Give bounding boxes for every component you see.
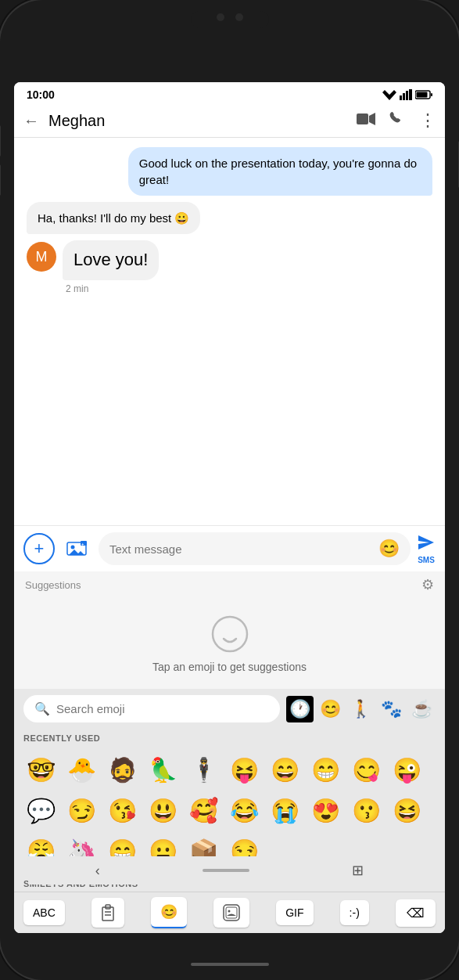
nav-grid-button[interactable]: ⊞	[352, 862, 364, 879]
status-bar: 10:00	[14, 82, 445, 104]
emoji-keyboard: 🔍 🕐 😊 🚶 🐾 ☕ RECENTLY USED 🤓 🐣 🧔 🦜	[14, 689, 445, 933]
text-input-wrapper: 😊	[99, 532, 411, 565]
nav-bar: ‹ ⊞	[28, 856, 431, 885]
svg-point-16	[213, 617, 247, 651]
wifi-icon	[382, 89, 396, 100]
settings-gear-icon[interactable]: ⚙	[421, 576, 434, 593]
emoji-search-wrapper: 🔍	[23, 695, 280, 722]
emoji-speech[interactable]: 💬	[20, 790, 61, 830]
emoticon-key[interactable]: :-)	[340, 900, 369, 925]
chat-area: Good luck on the presentation today, you…	[14, 138, 445, 525]
emoji-squint[interactable]: 😝	[224, 749, 264, 790]
abc-key[interactable]: ABC	[23, 900, 65, 925]
received-message-2: Ha, thanks! I'll do my best 😀	[27, 202, 200, 234]
smiley-tab[interactable]: 😊	[317, 696, 344, 722]
emoji-hearts[interactable]: 🥰	[183, 790, 224, 830]
nature-tab[interactable]: 🐾	[378, 696, 405, 722]
received-messages-content: Love you! 2 min	[63, 240, 159, 294]
svg-rect-22	[226, 907, 237, 918]
contact-name: Meghan	[48, 112, 347, 130]
suggestions-bar: Suggestions ⚙	[14, 571, 445, 598]
camera-dot-right	[235, 13, 243, 21]
emoji-cry[interactable]: 😭	[264, 790, 305, 830]
add-button[interactable]: +	[23, 533, 55, 564]
volume-down-button[interactable]	[0, 164, 1, 196]
emoji-smirk[interactable]: 😏	[61, 790, 102, 830]
svg-marker-0	[382, 90, 396, 100]
recently-used-grid: 🤓 🐣 🧔 🦜 🕴 😝 😄 😁 😋 😜 💬 😏 😘 😃 🥰 😂 😭 😍	[14, 746, 445, 874]
received-message-2-container: Ha, thanks! I'll do my best 😀	[27, 202, 432, 234]
suggestion-hint: Tap an emoji to get suggestions	[152, 661, 307, 673]
emoji-bearded[interactable]: 🧔	[102, 749, 142, 790]
emoji-key[interactable]: 😊	[151, 897, 187, 928]
svg-rect-8	[357, 113, 368, 124]
status-time: 10:00	[27, 88, 55, 101]
app-bar-actions: ⋮	[357, 110, 436, 131]
gif-key[interactable]: GIF	[276, 900, 313, 925]
status-icons	[382, 89, 432, 100]
category-quick-tabs: 🕐 😊 🚶 🐾 ☕	[286, 696, 436, 722]
phone-call-icon[interactable]	[389, 111, 405, 131]
svg-rect-4	[409, 89, 412, 100]
emoji-laugh[interactable]: 😂	[224, 790, 264, 830]
svg-rect-1	[400, 95, 402, 100]
emoji-xd[interactable]: 😆	[386, 790, 427, 830]
emoji-kissing[interactable]: 😗	[346, 790, 386, 830]
svg-rect-2	[403, 93, 405, 100]
more-options-icon[interactable]: ⋮	[419, 110, 436, 131]
food-tab[interactable]: ☕	[408, 696, 436, 722]
volume-up-button[interactable]	[0, 125, 1, 157]
delete-key[interactable]: ⌫	[396, 899, 436, 927]
emoji-heart-eyes[interactable]: 😍	[305, 790, 346, 830]
emoji-suggestion-area: Tap an emoji to get suggestions	[14, 598, 445, 689]
clipboard-key[interactable]	[91, 898, 124, 928]
input-area: + + 😊 SMS	[14, 525, 445, 571]
sent-message-1: Good luck on the presentation today, you…	[128, 147, 432, 196]
signal-icon	[400, 89, 412, 100]
video-call-icon[interactable]	[357, 112, 375, 130]
svg-text:+: +	[81, 542, 84, 546]
svg-marker-12	[69, 549, 84, 555]
recently-used-label: RECENTLY USED	[14, 729, 445, 746]
phone-screen: 10:00 ← Meghan	[14, 82, 445, 933]
message-timestamp: 2 min	[63, 283, 159, 294]
phone-frame: 10:00 ← Meghan	[0, 0, 459, 980]
send-sms-button[interactable]: SMS	[417, 534, 436, 564]
emoji-kiss[interactable]: 😘	[102, 790, 142, 830]
keyboard-bottom-bar: ABC 😊	[14, 892, 445, 933]
emoji-search-input[interactable]	[56, 702, 269, 715]
emoji-nerdy[interactable]: 🤓	[20, 749, 61, 790]
sticker-key[interactable]	[213, 898, 249, 928]
svg-rect-7	[431, 93, 432, 96]
emoji-yum[interactable]: 😋	[346, 749, 386, 790]
svg-marker-15	[418, 535, 434, 549]
nav-pill[interactable]	[203, 869, 249, 872]
media-button[interactable]: +	[61, 533, 92, 564]
recent-tab[interactable]: 🕐	[286, 696, 314, 722]
emoji-dancer[interactable]: 🕴	[183, 749, 224, 790]
received-message-love: Love you!	[63, 240, 159, 280]
search-icon: 🔍	[34, 701, 50, 716]
battery-icon	[415, 90, 432, 99]
home-bar[interactable]	[191, 963, 269, 966]
emoji-parrot[interactable]: 🦜	[142, 749, 183, 790]
avatar-m: M	[27, 242, 56, 272]
emoji-grin[interactable]: 😄	[264, 749, 305, 790]
app-bar: ← Meghan ⋮	[14, 104, 445, 138]
nav-back-button[interactable]: ‹	[95, 863, 100, 879]
emoji-smile[interactable]: 😃	[142, 790, 183, 830]
emoji-beam[interactable]: 😁	[305, 749, 346, 790]
received-message-group: M Love you! 2 min	[27, 240, 432, 294]
people-tab[interactable]: 🚶	[347, 696, 375, 722]
svg-rect-3	[406, 91, 408, 100]
emoji-picker-button[interactable]: 😊	[378, 539, 400, 559]
back-button[interactable]: ←	[23, 112, 39, 130]
message-input[interactable]	[109, 542, 372, 556]
send-label: SMS	[418, 556, 435, 564]
emoji-wink-tongue[interactable]: 😜	[386, 749, 427, 790]
svg-point-23	[228, 910, 231, 913]
emoji-chick[interactable]: 🐣	[61, 749, 102, 790]
svg-marker-9	[369, 113, 375, 125]
emoji-search-bar: 🔍 🕐 😊 🚶 🐾 ☕	[14, 689, 445, 729]
smiley-placeholder-icon	[210, 614, 250, 654]
